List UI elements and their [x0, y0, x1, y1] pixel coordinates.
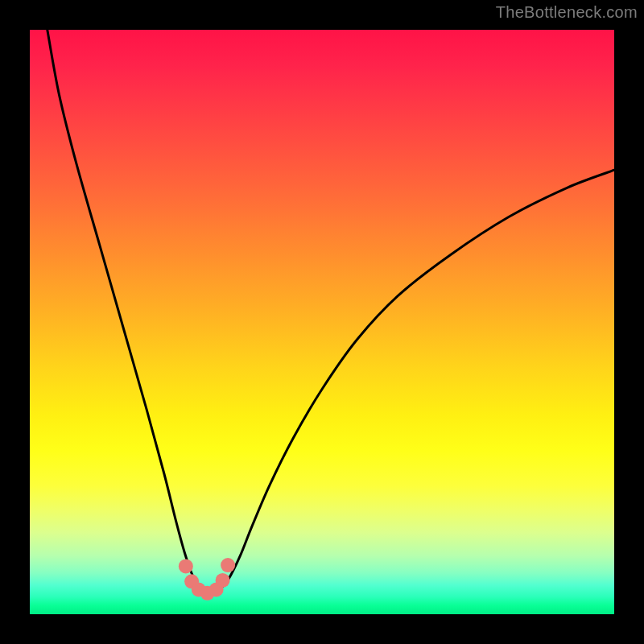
bottleneck-curve-path: [47, 30, 614, 595]
bottleneck-curve-svg: [30, 30, 614, 614]
chart-frame: TheBottleneck.com: [0, 0, 644, 644]
trough-marker: [216, 573, 230, 588]
trough-marker: [179, 559, 193, 573]
trough-markers: [179, 558, 235, 601]
trough-marker: [221, 558, 235, 572]
watermark-text: TheBottleneck.com: [496, 3, 638, 22]
plot-area: [30, 30, 614, 614]
